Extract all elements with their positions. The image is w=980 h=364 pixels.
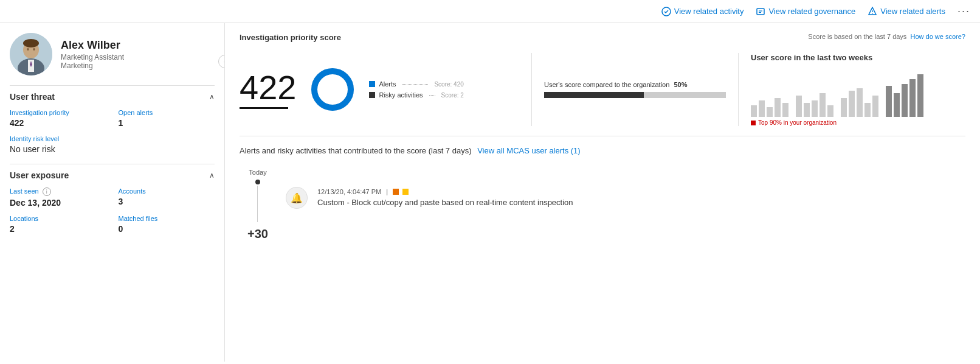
score-right: User score in the last two weeks Top 90%… — [738, 53, 965, 126]
org-comparison-label: User's score compared to the organizatio… — [544, 81, 726, 88]
bar-item — [849, 91, 855, 117]
bar-item — [857, 88, 863, 117]
score-number-block: 422 — [240, 71, 296, 109]
bar-item — [909, 79, 916, 117]
bar-item — [864, 103, 871, 117]
org-percentage: 50% — [674, 81, 687, 88]
timeline-left: Today +30 — [240, 169, 276, 241]
investigation-score-title: Investigation priority score — [240, 33, 341, 42]
view-activity-label: View related activity — [674, 7, 744, 16]
user-exposure-chevron: ∧ — [209, 171, 215, 180]
bar-item — [812, 100, 818, 117]
user-threat-header[interactable]: User threat ∧ — [10, 92, 215, 102]
user-info: Alex Wilber Marketing Assistant Marketin… — [61, 39, 124, 70]
score-section: 422 Alerts — [240, 53, 965, 136]
timeline-event: 12/13/20, 4:04:47 PM | Custom - Block cu… — [317, 188, 965, 207]
score-number: 422 — [240, 71, 296, 105]
svg-point-5 — [872, 13, 873, 14]
matched-files-value: 0 — [119, 224, 215, 234]
score-middle: User's score compared to the organizatio… — [531, 53, 738, 126]
bar-item — [804, 103, 810, 117]
user-exposure-section: User exposure ∧ Last seen i Dec 13, 2020… — [10, 170, 215, 234]
svg-point-13 — [33, 48, 35, 51]
top90-label: Top 90% in your organization — [751, 119, 953, 126]
last-seen-value: Dec 13, 2020 — [10, 198, 106, 208]
view-governance-label: View related governance — [768, 7, 855, 16]
locations-value: 2 — [10, 224, 106, 234]
donut-chart — [308, 65, 357, 114]
bar-item — [917, 74, 923, 117]
timeline: Today +30 🔔 12/13/20, 4:04:47 PM | — [240, 164, 965, 246]
top90-dot — [751, 121, 756, 125]
bar-chart — [751, 68, 953, 117]
collapse-panel-button[interactable]: ‹ — [218, 55, 225, 68]
event-badge-yellow — [402, 189, 409, 195]
user-exposure-header[interactable]: User exposure ∧ — [10, 170, 215, 180]
last-seen-info-icon[interactable]: i — [43, 187, 51, 196]
alerts-legend-label: Alerts — [379, 80, 396, 88]
view-governance-button[interactable]: View related governance — [756, 7, 855, 16]
score-left: 422 Alerts — [240, 53, 531, 126]
score-legend: Alerts Score: 420 Risky activities Score… — [369, 80, 463, 99]
svg-point-12 — [27, 48, 29, 51]
user-exposure-metrics: Last seen i Dec 13, 2020 Accounts 3 Loca… — [10, 187, 215, 234]
score-underline — [240, 107, 288, 109]
bar-item — [759, 100, 765, 117]
risky-legend-label: Risky activities — [379, 91, 423, 99]
score-header-row: Investigation priority score Score is ba… — [240, 33, 965, 48]
alerts-legend-dot — [369, 81, 375, 87]
bar-item — [841, 98, 847, 117]
bar-item — [796, 96, 802, 117]
bar-item — [820, 93, 826, 117]
matched-files-label: Matched files — [119, 215, 215, 222]
event-meta: 12/13/20, 4:04:47 PM | — [317, 188, 965, 195]
bar-item — [827, 105, 833, 117]
identity-risk-metric: Identity risk level No user risk — [10, 135, 215, 154]
event-badge-orange — [393, 189, 399, 195]
open-alerts-value: 1 — [119, 118, 215, 128]
risky-legend-score: Score: 2 — [441, 92, 464, 99]
view-all-alerts-link[interactable]: View all MCAS user alerts (1) — [477, 146, 581, 155]
more-options-button[interactable]: ··· — [958, 5, 970, 18]
user-profile: Alex Wilber Marketing Assistant Marketin… — [10, 33, 215, 75]
event-description: Custom - Block cut/copy and paste based … — [317, 198, 965, 207]
investigation-priority-label: Investigation priority — [10, 109, 106, 116]
view-alerts-label: View related alerts — [880, 7, 945, 16]
bar-item — [872, 96, 878, 117]
view-activity-button[interactable]: View related activity — [661, 7, 744, 16]
investigation-priority-metric: Investigation priority 422 — [10, 109, 106, 128]
bar-item — [767, 107, 773, 117]
alerts-section-title: Alerts and risky activities that contrib… — [240, 146, 965, 155]
svg-point-11 — [23, 39, 39, 47]
accounts-label: Accounts — [119, 187, 215, 195]
bar-item — [775, 98, 781, 117]
user-threat-chevron: ∧ — [209, 93, 215, 101]
view-alerts-button[interactable]: View related alerts — [868, 7, 945, 16]
divider-2 — [10, 164, 215, 164]
svg-rect-1 — [757, 9, 764, 15]
alerts-legend-score: Score: 420 — [434, 81, 463, 88]
accounts-metric: Accounts 3 — [119, 187, 215, 208]
avatar — [10, 33, 52, 75]
alerts-activities-section: Alerts and risky activities that contrib… — [240, 146, 965, 246]
alerts-icon — [868, 7, 877, 16]
divider-1 — [10, 85, 215, 86]
last-seen-label: Last seen i — [10, 187, 106, 196]
locations-metric: Locations 2 — [10, 215, 106, 234]
bar-item — [902, 84, 908, 117]
last-seen-metric: Last seen i Dec 13, 2020 — [10, 187, 106, 208]
org-bar-empty — [644, 92, 726, 98]
how-score-link[interactable]: How do we score? — [911, 33, 966, 40]
bar-item — [886, 86, 892, 117]
timeline-bell-icon: 🔔 — [286, 187, 308, 209]
org-bar-filled — [544, 92, 644, 98]
user-department: Marketing — [61, 61, 124, 70]
timeline-line — [257, 186, 258, 222]
bar-item — [751, 105, 757, 117]
bar-item — [782, 103, 788, 117]
user-name: Alex Wilber — [61, 39, 124, 52]
main-layout: ‹ — [0, 23, 980, 362]
activity-icon — [661, 7, 671, 16]
org-bar — [544, 92, 726, 98]
event-time: 12/13/20, 4:04:47 PM — [317, 188, 381, 195]
